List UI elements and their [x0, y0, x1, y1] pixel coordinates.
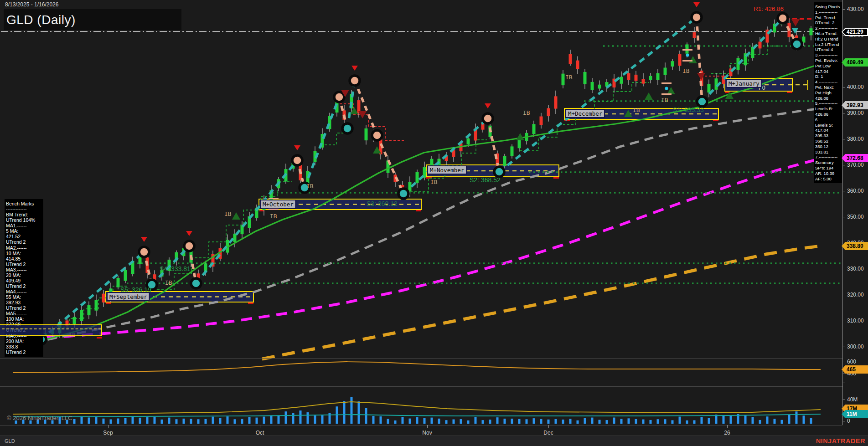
visible-date-range: 8/13/2025 - 1/16/2026: [5, 1, 58, 8]
swing-down-line: [377, 135, 403, 194]
trend-up-triangle-icon: [232, 212, 240, 220]
tab-gld[interactable]: GLD: [5, 438, 15, 444]
pivot-high-marker[interactable]: [372, 130, 382, 140]
ninjatrader-logo: NINJATRADER: [816, 437, 865, 445]
month-marker-tick: [416, 210, 421, 211]
pivot-high-marker[interactable]: [692, 12, 702, 22]
panel-separator[interactable]: [0, 386, 842, 387]
swing-pivots-line: 333.81: [815, 149, 842, 155]
swing-up-line: [196, 160, 297, 283]
price-badge: 409.49: [842, 58, 868, 67]
resistance-level-label: R1: 426.86: [754, 5, 784, 12]
pivot-high-marker[interactable]: [778, 13, 788, 23]
inside-bar-bottom-mark: [661, 93, 672, 95]
month-marker-midline: [0, 328, 101, 329]
swing-pivots-line: 426.08: [815, 96, 842, 101]
swing-pivots-line: Levels S:: [815, 123, 842, 128]
axis-tick: [842, 400, 845, 400]
chart-window: IBIBIBIBIBIBIBIBIBIBIBS1: 395.33S2: 368.…: [0, 0, 868, 446]
month-marker-label: M+December: [568, 110, 603, 117]
inside-bar-bottom-mark: [269, 209, 279, 210]
bench-marks-line: UTrend 2: [6, 283, 43, 289]
pivot-flag-icon: [693, 2, 700, 7]
bench-marks-line: UTrend 2: [6, 261, 43, 267]
swing-pivots-line: UTrend 4: [815, 47, 842, 52]
axis-tick: [842, 269, 845, 269]
pivot-high-marker[interactable]: [350, 76, 360, 86]
inside-bar-dot-icon: [665, 87, 668, 90]
ma-55-line: [18, 108, 821, 346]
bench-marks-line: 421.52: [6, 234, 43, 239]
swing-pivots-line: 5.-------------: [815, 101, 842, 106]
price-chart-canvas[interactable]: IBIBIBIBIBIBIBIBIBIBIBS1: 395.33S2: 368.…: [0, 0, 868, 446]
pivot-flag-icon: [141, 237, 147, 242]
pivot-high-marker[interactable]: [292, 155, 302, 165]
axis-tick: [842, 191, 845, 191]
ma-200-line: [262, 246, 821, 359]
date-axis-label: 26: [724, 430, 730, 436]
axis-tick: [842, 295, 845, 295]
bench-marks-line: 338.8: [6, 344, 43, 349]
bench-marks-line: MA3.------: [6, 267, 43, 272]
pivot-high-marker[interactable]: [184, 241, 194, 251]
panel-separator[interactable]: [0, 358, 842, 359]
swing-pivots-line: Pvt. Evolve:: [815, 58, 842, 63]
pivot-high-marker[interactable]: [483, 113, 493, 123]
pivot-flag-icon: [186, 231, 192, 236]
trend-up-triangle-icon: [516, 133, 524, 140]
axis-tick: [842, 217, 845, 217]
pivot-high-marker[interactable]: [139, 247, 149, 257]
date-axis-label: Dec: [543, 430, 553, 436]
month-marker-tick: [713, 120, 718, 121]
date-axis-label: Sep: [103, 430, 113, 436]
price-badge: 465: [842, 365, 868, 374]
price-badge: 338.80: [842, 242, 868, 250]
pivot-low-marker[interactable]: [494, 167, 504, 177]
support-level-label: S1: 395.33: [673, 106, 704, 113]
month-marker-tick: [553, 177, 559, 179]
month-marker-tick: [97, 337, 102, 338]
panel-separator: [0, 425, 842, 425]
axis-tick-label: 0: [847, 418, 850, 424]
bench-marks-line: UTrend 2: [6, 305, 43, 311]
bench-marks-line: MA2.------: [6, 245, 43, 251]
swing-pivots-line: 368.52: [815, 138, 842, 144]
swing-pivots-line: 360.12: [815, 144, 842, 149]
volume-ma-line: [13, 414, 821, 417]
month-marker-label: M+September: [109, 293, 147, 300]
axis-tick-label: 330.00: [847, 266, 864, 272]
bench-marks-line: 10 MA:: [6, 251, 43, 256]
price-badge: 11M: [842, 410, 868, 418]
axis-tick-label: 430.00: [847, 6, 864, 12]
inside-bar-top-mark: [269, 198, 279, 199]
ib-label: IB: [682, 67, 690, 74]
month-marker-label: M+January: [728, 80, 760, 87]
pivot-low-marker[interactable]: [191, 278, 201, 288]
pivot-low-marker[interactable]: [398, 189, 408, 199]
axis-tick-label: 40M: [847, 396, 858, 403]
swing-pivots-line: 4.-------------: [815, 79, 842, 85]
pivot-low-marker[interactable]: [697, 97, 707, 107]
pivot-high-marker[interactable]: [334, 92, 344, 102]
bench-marks-line: Bench Marks: [6, 201, 43, 206]
bottom-tab-bar: GLD NINJATRADER: [0, 436, 868, 446]
copyright-watermark: © 2026 NinjaTrader, LLC: [7, 415, 72, 421]
axis-tick-label: 310.00: [847, 318, 864, 324]
price-badge: 392.93: [842, 101, 868, 109]
axis-tick-label: 360.00: [847, 188, 864, 194]
pivot-low-marker[interactable]: [792, 39, 802, 49]
instrument-title: GLD (Daily): [6, 13, 76, 27]
month-marker-august[interactable]: [0, 324, 102, 336]
inside-bar-dot-icon: [686, 54, 689, 57]
axis-tick: [842, 347, 845, 347]
swing-pivots-line: 6.-------------: [815, 117, 842, 123]
axis-tick-label: 370.00: [847, 162, 864, 168]
month-marker-tick: [787, 92, 792, 93]
bench-marks-line: UTrend 2: [6, 349, 43, 355]
swing-pivots-line: SP's: 194: [815, 165, 842, 171]
swing-pivots-line: Pvt Low: [815, 63, 842, 69]
pivot-low-marker[interactable]: [342, 123, 352, 133]
bench-marks-line: 409.49: [6, 278, 43, 283]
bench-marks-line: UTrend 2: [6, 239, 43, 245]
ib-label: IB: [306, 183, 314, 190]
